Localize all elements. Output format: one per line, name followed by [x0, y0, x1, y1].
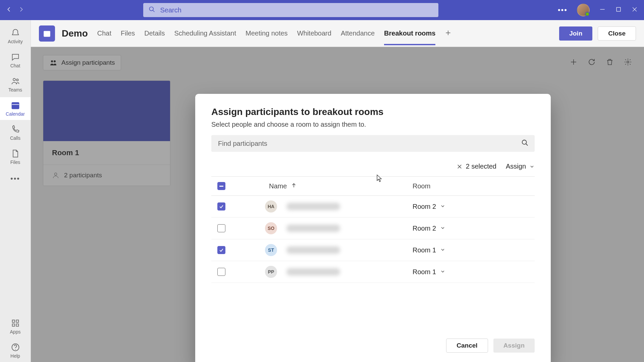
svg-point-7 — [16, 79, 18, 81]
column-name-header[interactable]: Name — [231, 182, 413, 190]
participant-row: HA Room 2 — [211, 196, 535, 218]
close-window-button[interactable] — [631, 6, 638, 14]
assign-button[interactable]: Assign — [493, 339, 535, 353]
title-bar: ••• — [0, 0, 644, 20]
app-rail: Activity Chat Teams Calendar Calls Files… — [0, 20, 31, 362]
profile-avatar[interactable] — [577, 4, 590, 16]
chevron-down-icon — [440, 203, 445, 210]
column-room-header[interactable]: Room — [413, 182, 535, 190]
rail-label: Calendar — [6, 111, 25, 117]
join-button[interactable]: Join — [559, 26, 592, 41]
dialog-footer: Cancel Assign — [211, 339, 535, 353]
cancel-button[interactable]: Cancel — [446, 339, 488, 353]
sort-asc-icon — [291, 182, 297, 190]
participant-avatar: HA — [265, 200, 277, 213]
participant-room-value: Room 2 — [413, 225, 436, 232]
svg-rect-11 — [16, 320, 18, 322]
participant-name-redacted — [286, 203, 340, 210]
selected-count-text: 2 selected — [466, 163, 496, 170]
tab-whiteboard[interactable]: Whiteboard — [297, 21, 331, 45]
header-actions: Join Close — [559, 26, 636, 41]
rail-label: Activity — [8, 39, 22, 44]
chevron-down-icon — [440, 268, 445, 276]
svg-point-6 — [13, 78, 15, 81]
assign-dropdown-label: Assign — [506, 163, 526, 170]
participant-avatar: ST — [265, 244, 277, 256]
rail-teams[interactable]: Teams — [0, 73, 31, 96]
close-button[interactable]: Close — [598, 26, 636, 41]
svg-rect-17 — [44, 31, 50, 33]
participant-name-redacted — [286, 268, 340, 276]
participant-row: PP Room 1 — [211, 261, 535, 283]
add-tab-button[interactable] — [445, 29, 451, 38]
participant-checkbox[interactable] — [217, 268, 225, 276]
participant-room-value: Room 1 — [413, 246, 436, 254]
participant-checkbox[interactable] — [217, 246, 225, 254]
participants-table-body: HA Room 2 SO Room 2 — [211, 196, 535, 283]
rail-label: Calls — [10, 135, 20, 141]
participant-name-redacted — [286, 225, 340, 232]
svg-point-0 — [150, 7, 154, 11]
titlebar-right: ••• — [558, 4, 638, 16]
rail-help[interactable]: Help — [0, 339, 31, 362]
more-icon[interactable]: ••• — [558, 6, 568, 14]
rail-label: Chat — [10, 63, 20, 68]
clear-selection[interactable]: 2 selected — [457, 163, 496, 170]
tab-details[interactable]: Details — [144, 21, 165, 45]
rail-apps[interactable]: Apps — [0, 315, 31, 338]
rail-calls[interactable]: Calls — [0, 121, 31, 144]
search-icon — [149, 6, 155, 14]
presence-available-icon — [585, 12, 590, 16]
meeting-tabs: Chat Files Details Scheduling Assistant … — [97, 21, 552, 45]
tab-attendance[interactable]: Attendance — [341, 21, 375, 45]
participant-checkbox[interactable] — [217, 224, 225, 232]
search-field-wrap — [143, 3, 438, 17]
participant-room-dropdown[interactable]: Room 1 — [413, 246, 535, 254]
rail-activity[interactable]: Activity — [0, 25, 31, 48]
participant-checkbox[interactable] — [217, 202, 225, 210]
chevron-down-icon — [440, 225, 445, 232]
svg-rect-12 — [12, 324, 14, 326]
rail-label: Files — [10, 160, 20, 165]
participant-room-dropdown[interactable]: Room 2 — [413, 203, 535, 210]
svg-point-26 — [522, 140, 527, 144]
tab-breakout-rooms[interactable]: Breakout rooms — [384, 21, 435, 45]
rail-label: Teams — [8, 87, 22, 93]
svg-rect-10 — [12, 320, 14, 322]
rail-chat[interactable]: Chat — [0, 49, 31, 72]
dialog-subtitle: Select people and choose a room to assig… — [211, 121, 535, 128]
find-participants-wrap — [211, 135, 535, 152]
svg-line-1 — [153, 10, 155, 12]
select-all-checkbox[interactable] — [217, 182, 225, 190]
back-button[interactable] — [6, 6, 12, 14]
column-name-label: Name — [269, 182, 287, 190]
selection-summary-row: 2 selected Assign — [211, 159, 535, 177]
participant-room-dropdown[interactable]: Room 1 — [413, 268, 535, 276]
assign-participants-dialog: Assign participants to breakout rooms Se… — [195, 94, 551, 362]
meeting-tabs-header: Demo Chat Files Details Scheduling Assis… — [31, 20, 644, 47]
participants-table-header: Name Room — [211, 177, 535, 196]
rail-label: Help — [10, 353, 20, 359]
participant-room-value: Room 1 — [413, 268, 436, 276]
tab-chat[interactable]: Chat — [97, 21, 111, 45]
dialog-title: Assign participants to breakout rooms — [211, 107, 535, 117]
maximize-button[interactable] — [615, 6, 622, 14]
history-nav — [6, 6, 24, 14]
assign-dropdown[interactable]: Assign — [506, 163, 535, 170]
chevron-down-icon — [440, 246, 445, 254]
participant-avatar: PP — [265, 266, 277, 278]
forward-button[interactable] — [18, 6, 24, 14]
main-area: Demo Chat Files Details Scheduling Assis… — [31, 20, 644, 362]
participant-room-dropdown[interactable]: Room 2 — [413, 225, 535, 232]
tab-meeting-notes[interactable]: Meeting notes — [246, 21, 288, 45]
tab-scheduling-assistant[interactable]: Scheduling Assistant — [174, 21, 236, 45]
tab-files[interactable]: Files — [121, 21, 135, 45]
rail-more[interactable]: ••• — [0, 170, 31, 188]
meeting-icon — [39, 25, 55, 42]
find-participants-input[interactable] — [211, 135, 535, 152]
search-input[interactable] — [143, 3, 438, 17]
svg-rect-3 — [616, 7, 621, 11]
rail-files[interactable]: Files — [0, 145, 31, 168]
rail-calendar[interactable]: Calendar — [0, 97, 31, 120]
minimize-button[interactable] — [599, 6, 606, 14]
